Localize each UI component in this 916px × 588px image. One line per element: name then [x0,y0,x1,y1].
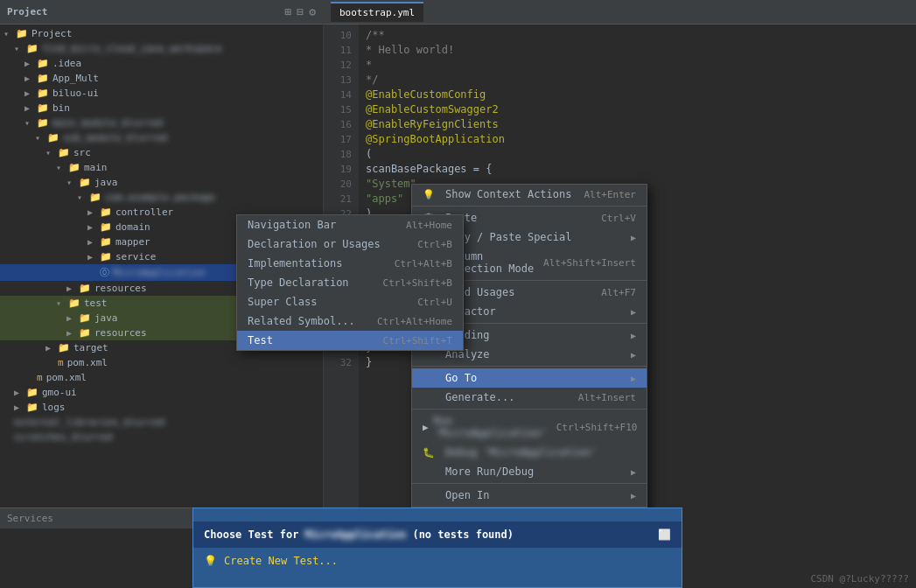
tree-item-pom2[interactable]: m pom.xml [0,370,323,385]
code-line: @EnableRyFeignClients [366,117,909,132]
expand-arrow: ▾ [14,44,24,53]
choose-test-label: Choose Test for [204,528,305,541]
menu-debug[interactable]: 🐛 Debug 'MicroApplication' [412,443,647,462]
submenu-arrow: ▶ [631,233,636,242]
menu-goto[interactable]: Go To ▶ [412,368,647,388]
tree-item-biluo[interactable]: ▶ 📁 biluo-ui [0,86,323,101]
expand-arrow: ▾ [56,163,66,172]
menu-item-label: Go To [445,372,626,384]
menu-more-run-debug[interactable]: More Run/Debug ▶ [412,462,647,481]
submenu-super-class[interactable]: Super Class Ctrl+U [237,292,463,312]
submenu-label: Test [248,334,383,346]
bulb-icon: 💡 [204,555,217,567]
menu-item-label: Debug 'MicroApplication' [445,446,636,458]
tree-item-main[interactable]: ▾ 📁 main [0,160,323,175]
tree-item-blurred2[interactable]: scratches_blurred [0,430,323,444]
tree-item-gmo[interactable]: ▶ 📁 gmo-ui [0,385,323,400]
tree-label: main_module_blurred [52,117,163,129]
tree-label: pom.xml [67,357,108,368]
submenu-navbar[interactable]: Navigation Bar Alt+Home [237,215,463,234]
window-close-icon[interactable]: ⬜ [658,528,671,541]
tree-item-logs[interactable]: ▶ 📁 logs [0,400,323,415]
expand-arrow: ▶ [87,237,98,247]
tree-item-java[interactable]: ▾ 📁 java [0,175,323,190]
menu-item-label: Find Usages [445,286,592,298]
xml-icon: m [58,357,64,368]
submenu-label: Type Declaration [248,276,383,289]
tree-item-sub-module[interactable]: ▾ 📁 sub_module_blurred [0,130,323,145]
tree-item-java-package[interactable]: ▾ 📁 com.example.package [0,190,323,205]
submenu-implementations[interactable]: Implementations Ctrl+Alt+B [237,254,463,273]
tree-label: Project [31,28,72,39]
tree-item-project[interactable]: ▾ 📁 Project [0,26,323,41]
menu-item-label: Generate... [445,391,570,403]
expand-arrow: ▶ [66,313,77,323]
folder-icon: 📁 [26,43,38,54]
settings-icon[interactable]: ⚙ [309,5,316,18]
submenu-arrow: ▶ [631,331,636,340]
submenu-label: Super Class [248,296,417,308]
xml-icon: m [37,372,43,383]
submenu-label: Related Symbol... [248,315,377,327]
tree-item-app-mult[interactable]: ▶ 📁 App_Mult [0,71,323,86]
choose-test-header: Choose Test for MicroApplication (no tes… [193,522,682,548]
submenu-test[interactable]: Test Ctrl+Shift+T [237,331,463,350]
create-test-label: Create New Test... [224,555,338,567]
submenu-type-declaration[interactable]: Type Declaration Ctrl+Shift+B [237,273,463,292]
code-line: @EnableCustomConfig [366,88,909,102]
menu-shortcut: Alt+Enter [584,189,636,200]
tree-item-idea[interactable]: ▶ 📁 .idea [0,56,323,71]
tab-bootstrap-yml[interactable]: bootstrap.yml [331,2,423,22]
menu-open-in[interactable]: Open In ▶ [412,486,647,505]
expand-arrow: ▶ [14,388,24,397]
tree-item-cloud[interactable]: ▾ 📁 find_micro_cloud_java_workspace [0,41,323,56]
submenu-arrow: ▶ [631,307,636,317]
choose-test-title: Choose Test for MicroApplication (no tes… [204,528,514,541]
folder-icon: 📁 [47,132,59,144]
tree-item-pom1[interactable]: m pom.xml [0,355,323,370]
menu-show-context[interactable]: 💡 Show Context Actions Alt+Enter [412,185,647,204]
tree-label: target [73,342,108,354]
tree-item-src[interactable]: ▾ 📁 src [0,145,323,160]
folder-icon: 📁 [26,402,38,413]
menu-shortcut: Ctrl+Shift+F10 [556,422,638,433]
menu-item-label: Run 'MicroApplication' [434,415,548,439]
code-line: ( [366,147,909,162]
code-line: scanBasePackages = { [366,162,909,177]
class-icon: ⓪ [100,266,109,279]
tree-label: resources [94,283,147,294]
sync-icon[interactable]: ⊞ [285,5,292,18]
watermark-text: CSDN @?Lucky????? [810,573,909,584]
create-new-test-button[interactable]: 💡 Create New Test... [193,548,682,574]
submenu-arrow: ▶ [631,350,636,360]
tree-label: pom.xml [46,372,87,383]
menu-item-label: More Run/Debug [445,466,626,478]
expand-arrow: ▶ [87,207,98,217]
menu-item-label: Copy / Paste Special [445,231,626,243]
menu-run[interactable]: ▶ Run 'MicroApplication' Ctrl+Shift+F10 [412,411,647,443]
choose-test-popup: Choose Test for MicroApplication (no tes… [192,508,682,588]
submenu-shortcut: Ctrl+B [417,239,452,250]
tree-item-bin[interactable]: ▶ 📁 bin [0,101,323,116]
submenu-arrow: ▶ [631,491,636,500]
debug-icon: 🐛 [423,447,440,458]
expand-arrow: ▾ [77,192,87,202]
tree-item-main-module[interactable]: ▾ 📁 main_module_blurred [0,116,323,130]
submenu-declaration[interactable]: Declaration or Usages Ctrl+B [237,234,463,254]
choose-test-suffix: (no tests found) [412,528,514,541]
submenu-related-symbol[interactable]: Related Symbol... Ctrl+Alt+Home [237,312,463,331]
collapse-icon[interactable]: ⊟ [297,5,304,18]
submenu-shortcut: Ctrl+U [417,297,452,308]
goto-submenu: Navigation Bar Alt+Home Declaration or U… [236,214,464,351]
editor-tab-bar: bootstrap.yml [324,0,916,24]
folder-icon: 📁 [79,312,91,324]
menu-generate[interactable]: Generate... Alt+Insert [412,388,647,407]
tree-label: bin [52,102,70,114]
tree-item-blurred1[interactable]: external_libraries_blurred [0,415,323,430]
folder-icon: 📁 [37,88,49,99]
code-line: @EnableCustomSwagger2 [366,102,909,117]
menu-shortcut: Alt+F7 [601,287,636,298]
submenu-label: Navigation Bar [248,219,406,231]
choose-test-class: MicroApplication [305,528,407,541]
tree-label: find_micro_cloud_java_workspace [42,43,221,54]
